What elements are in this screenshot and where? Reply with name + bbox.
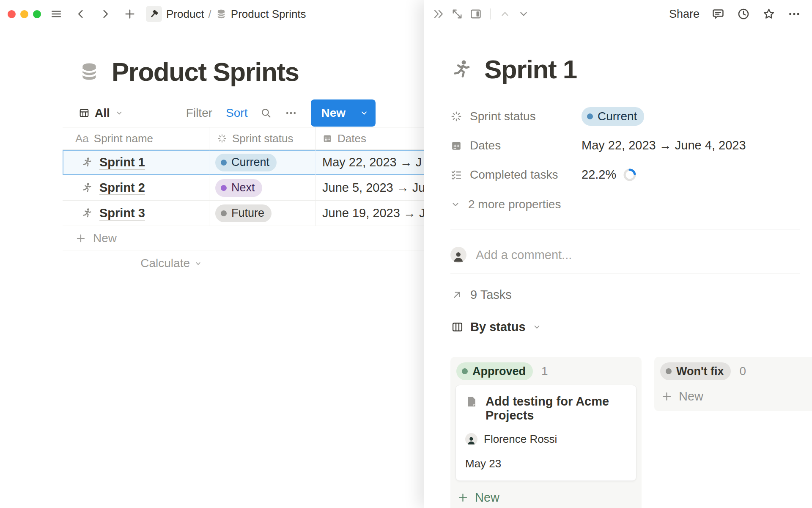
status-property-icon [217,133,227,144]
cell-sprint-name[interactable]: Sprint 2 [63,175,209,200]
search-icon[interactable] [260,107,272,119]
cell-sprint-name[interactable]: Sprint 1 [63,150,209,175]
chevron-down-icon [194,260,202,268]
status-dot [221,210,227,216]
table-new-row-button[interactable]: New [63,226,424,251]
cell-sprint-status[interactable]: Future [209,201,315,226]
runner-icon [81,207,93,219]
breadcrumb-parent[interactable]: Product [166,8,204,21]
sprint-page-link[interactable]: Sprint 1 [99,155,145,169]
property-label[interactable]: Sprint status [450,110,582,123]
property-label[interactable]: Dates [450,139,582,152]
minimize-window-button[interactable] [20,10,28,18]
cell-sprint-name[interactable]: Sprint 3 [63,201,209,226]
sidebar-toggle-icon[interactable] [49,6,64,22]
progress-ring [623,168,636,182]
cell-dates[interactable]: June 5, 2023 → Ju [315,175,424,200]
comment-input-row[interactable]: Add a comment... [450,241,572,268]
favorite-star-icon[interactable] [762,7,776,21]
table-header-row: Aa Sprint name Sprint status Dates [63,127,424,150]
sort-button[interactable]: Sort [226,106,247,120]
comments-icon[interactable] [711,7,725,21]
previous-page-icon[interactable] [497,6,513,22]
view-tab-label: All [95,106,110,120]
board-column-header[interactable]: Won't fix 0 [659,361,807,381]
breadcrumb-current[interactable]: Product Sprints [231,8,306,21]
cell-dates[interactable]: May 22, 2023 → J [315,150,424,175]
updates-clock-icon[interactable] [737,7,750,21]
cell-sprint-status[interactable]: Current [209,150,315,175]
board-new-card-button[interactable]: New [455,487,636,508]
board-view: Approved 1 Add testing for Acme Projects… [450,357,812,508]
close-window-button[interactable] [8,10,16,18]
share-button[interactable]: Share [669,8,700,21]
page-title[interactable]: Sprint 1 [484,54,577,84]
status-pill: Current [582,107,644,126]
board-card[interactable]: Add testing for Acme Projects Florence R… [455,385,636,481]
divider [352,107,353,119]
window-controls [8,10,41,18]
group-pill: Approved [456,362,533,380]
nav-back-icon[interactable] [73,6,88,22]
tasks-backlink[interactable]: 9 Tasks [451,288,512,302]
calculate-button[interactable]: Calculate [63,251,209,276]
new-page-icon[interactable] [122,6,137,22]
sprint-page-link[interactable]: Sprint 3 [99,206,145,220]
table-row-sprint-3[interactable]: Sprint 3 Future June 19, 2023 → J [63,201,424,226]
property-label[interactable]: Completed tasks [450,168,582,182]
comment-placeholder[interactable]: Add a comment... [476,248,572,262]
properties-list: Sprint status Current Dates May 22, 2023… [450,102,801,220]
more-properties-label: 2 more properties [468,198,561,211]
filter-button[interactable]: Filter [186,106,212,120]
avatar [465,433,477,445]
card-assignee-row: Florence Rossi [465,433,626,446]
column-header-sprint-status[interactable]: Sprint status [209,127,315,149]
close-peek-icon[interactable] [431,6,447,22]
next-page-icon[interactable] [516,6,532,22]
card-title: Add testing for Acme Projects [486,395,626,422]
cell-sprint-status[interactable]: Next [209,175,315,200]
property-value[interactable]: May 22, 2023 → June 4, 2023 [582,138,746,152]
peek-topbar-right: Share [669,7,801,21]
database-title-block: Product Sprints [79,53,299,90]
board-view-tab[interactable]: By status [451,320,541,334]
column-header-dates[interactable]: Dates [315,127,424,149]
new-button[interactable]: New [311,99,376,127]
group-pill: Won't fix [660,362,731,380]
property-row-dates: Dates May 22, 2023 → June 4, 2023 [450,131,801,160]
column-label: Dates [337,132,366,145]
completed-percent: 22.2% [582,168,616,182]
checklist-icon [450,169,462,181]
database-toolbar: All Filter Sort New [79,99,376,127]
status-dot [587,113,593,119]
property-value[interactable]: Current [582,107,644,126]
board-column-header[interactable]: Approved 1 [455,361,636,381]
status-dot [666,368,672,374]
divider [450,273,800,273]
board-new-card-button[interactable]: New [659,386,807,407]
table-view-icon [79,108,90,119]
zoom-window-button[interactable] [33,10,41,18]
column-header-sprint-name[interactable]: Aa Sprint name [63,127,209,149]
more-properties-toggle[interactable]: 2 more properties [450,189,801,220]
sprint-page-link[interactable]: Sprint 2 [99,181,145,195]
status-pill: Future [215,204,272,222]
teamspace-hammer-icon[interactable] [146,6,162,22]
page-title[interactable]: Product Sprints [112,57,299,87]
table-row-sprint-1[interactable]: Sprint 1 Current May 22, 2023 → J [63,150,424,175]
more-options-icon[interactable] [285,107,297,119]
calendar-icon [322,133,332,144]
expand-page-icon[interactable] [449,6,465,22]
cell-dates[interactable]: June 19, 2023 → J [315,201,424,226]
side-peek-icon[interactable] [468,6,484,22]
more-options-icon[interactable] [787,7,801,21]
sprints-table: Aa Sprint name Sprint status Dates Sprin… [63,127,424,276]
table-row-sprint-2[interactable]: Sprint 2 Next June 5, 2023 → Ju [63,175,424,201]
property-value[interactable]: 22.2% [582,168,636,182]
board-column-wont-fix: Won't fix 0 New [654,357,812,411]
view-tab-all[interactable]: All [79,106,123,120]
chevron-down-icon[interactable] [359,108,369,118]
plus-icon [457,492,469,503]
new-button-label: New [321,106,346,120]
nav-forward-icon[interactable] [98,6,113,22]
